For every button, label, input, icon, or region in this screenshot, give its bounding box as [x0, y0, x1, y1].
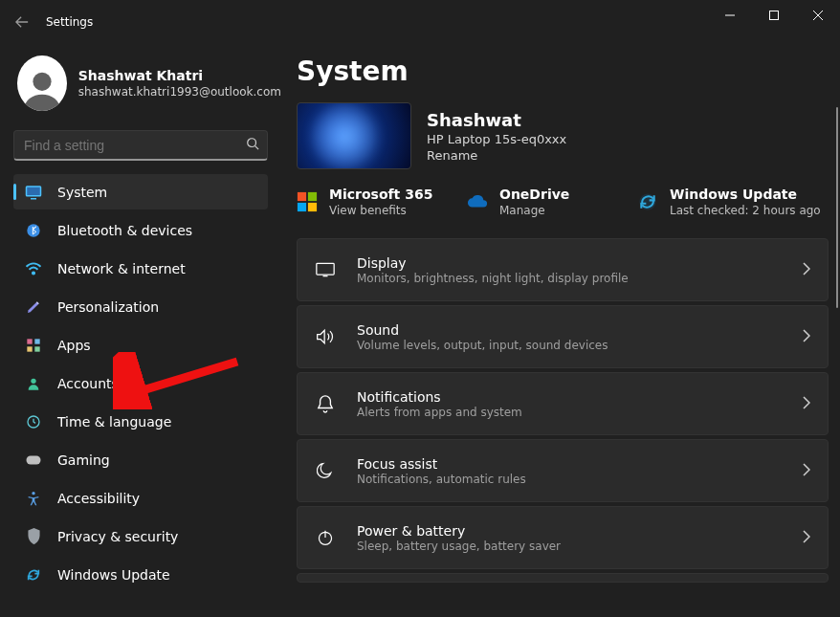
- setting-sound[interactable]: Sound Volume levels, output, input, soun…: [297, 305, 829, 368]
- setting-sub: Volume levels, output, input, sound devi…: [357, 339, 803, 352]
- setting-notifications[interactable]: Notifications Alerts from apps and syste…: [297, 372, 829, 435]
- setting-title: Notifications: [357, 389, 803, 405]
- sidebar-item-label: Bluetooth & devices: [57, 223, 192, 238]
- setting-partial-next[interactable]: [297, 573, 829, 583]
- device-model: HP Laptop 15s-eq0xxx: [427, 132, 566, 146]
- sidebar-item-time-language[interactable]: Time & language: [13, 404, 268, 439]
- sidebar-item-label: Time & language: [57, 414, 171, 430]
- sidebar-item-accessibility[interactable]: Accessibility: [13, 480, 268, 516]
- sidebar-item-bluetooth[interactable]: Bluetooth & devices: [13, 212, 268, 248]
- sidebar-item-windows-update[interactable]: Windows Update: [13, 557, 268, 592]
- svg-rect-19: [298, 192, 306, 201]
- sidebar-item-label: Accounts: [57, 376, 119, 391]
- svg-rect-11: [27, 339, 32, 343]
- service-title: Microsoft 365: [329, 187, 432, 202]
- update-icon: [637, 191, 658, 212]
- sync-icon: [25, 566, 42, 584]
- device-block: Shashwat HP Laptop 15s-eq0xxx Rename: [297, 102, 829, 169]
- nav-list: System Bluetooth & devices Network & int…: [13, 174, 285, 592]
- svg-point-18: [32, 492, 34, 495]
- setting-sub: Monitors, brightness, night light, displ…: [357, 272, 803, 285]
- maximize-button[interactable]: [752, 0, 796, 31]
- power-icon: [315, 529, 336, 546]
- service-microsoft365[interactable]: Microsoft 365 View benefits: [297, 187, 440, 217]
- avatar: [17, 55, 67, 111]
- scrollbar-thumb[interactable]: [836, 107, 838, 308]
- close-button[interactable]: [796, 0, 840, 31]
- search-input[interactable]: [22, 137, 246, 154]
- user-email: shashwat.khatri1993@outlook.com: [78, 85, 281, 99]
- page-title: System: [297, 55, 829, 87]
- sidebar-item-gaming[interactable]: Gaming: [13, 442, 268, 477]
- window-title: Settings: [46, 15, 93, 29]
- svg-point-5: [248, 139, 256, 147]
- service-title: Windows Update: [670, 187, 821, 202]
- svg-line-6: [255, 146, 259, 150]
- content-pane: System Shashwat HP Laptop 15s-eq0xxx Ren…: [285, 44, 840, 617]
- svg-point-9: [27, 224, 39, 236]
- sidebar-item-label: System: [57, 185, 107, 200]
- service-tiles: Microsoft 365 View benefits OneDrive Man…: [297, 187, 829, 217]
- setting-focus-assist[interactable]: Focus assist Notifications, automatic ru…: [297, 439, 829, 502]
- user-block[interactable]: Shashwat Khatri shashwat.khatri1993@outl…: [13, 44, 285, 130]
- sidebar-item-network[interactable]: Network & internet: [13, 251, 268, 286]
- sidebar-item-accounts[interactable]: Accounts: [13, 365, 268, 401]
- chevron-right-icon: [803, 261, 810, 279]
- chevron-right-icon: [803, 395, 810, 413]
- svg-point-15: [31, 378, 35, 383]
- service-sub: Last checked: 2 hours ago: [670, 204, 821, 217]
- setting-title: Focus assist: [357, 456, 803, 472]
- minimize-button[interactable]: [708, 0, 752, 31]
- search-icon: [246, 136, 259, 154]
- setting-display[interactable]: Display Monitors, brightness, night ligh…: [297, 238, 829, 301]
- svg-rect-17: [27, 455, 41, 464]
- window-controls: [708, 0, 840, 31]
- user-name: Shashwat Khatri: [78, 68, 281, 83]
- device-rename-link[interactable]: Rename: [427, 148, 566, 163]
- chevron-right-icon: [803, 462, 810, 480]
- onedrive-icon: [467, 191, 488, 212]
- sidebar-item-apps[interactable]: Apps: [13, 327, 268, 363]
- sidebar-item-label: Accessibility: [57, 491, 140, 506]
- sidebar-item-label: Windows Update: [57, 567, 170, 583]
- setting-sub: Sleep, battery usage, battery saver: [357, 540, 803, 553]
- sidebar-item-label: Network & internet: [57, 261, 186, 276]
- bluetooth-icon: [25, 222, 42, 239]
- chevron-right-icon: [803, 328, 810, 346]
- sidebar: Shashwat Khatri shashwat.khatri1993@outl…: [0, 44, 285, 617]
- setting-title: Sound: [357, 322, 803, 338]
- device-name: Shashwat: [427, 110, 566, 130]
- svg-rect-20: [308, 192, 317, 201]
- service-sub: View benefits: [329, 204, 432, 217]
- setting-power-battery[interactable]: Power & battery Sleep, battery usage, ba…: [297, 506, 829, 569]
- search-box[interactable]: [13, 130, 268, 161]
- sidebar-item-label: Privacy & security: [57, 529, 178, 544]
- svg-rect-1: [770, 11, 779, 20]
- sidebar-item-system[interactable]: System: [13, 174, 268, 209]
- service-sub: Manage: [499, 204, 569, 217]
- titlebar: Settings: [0, 0, 840, 44]
- service-windows-update[interactable]: Windows Update Last checked: 2 hours ago: [637, 187, 821, 217]
- setting-sub: Notifications, automatic rules: [357, 473, 803, 486]
- back-button[interactable]: [13, 13, 31, 31]
- clock-icon: [25, 413, 42, 430]
- svg-rect-7: [27, 187, 41, 196]
- sidebar-item-privacy[interactable]: Privacy & security: [13, 518, 268, 554]
- sidebar-item-personalization[interactable]: Personalization: [13, 289, 268, 324]
- sound-icon: [315, 328, 336, 345]
- sidebar-item-label: Gaming: [57, 452, 110, 468]
- svg-point-10: [33, 272, 34, 274]
- svg-rect-24: [317, 263, 334, 275]
- setting-sub: Alerts from apps and system: [357, 406, 803, 419]
- microsoft365-icon: [297, 191, 318, 212]
- setting-title: Display: [357, 255, 803, 271]
- sidebar-item-label: Personalization: [57, 299, 159, 315]
- service-onedrive[interactable]: OneDrive Manage: [467, 187, 610, 217]
- display-icon: [315, 262, 336, 277]
- svg-rect-22: [308, 203, 317, 211]
- apps-icon: [25, 337, 42, 354]
- moon-icon: [315, 462, 336, 479]
- paintbrush-icon: [25, 298, 42, 316]
- bell-icon: [315, 394, 336, 413]
- accessibility-icon: [25, 490, 42, 507]
